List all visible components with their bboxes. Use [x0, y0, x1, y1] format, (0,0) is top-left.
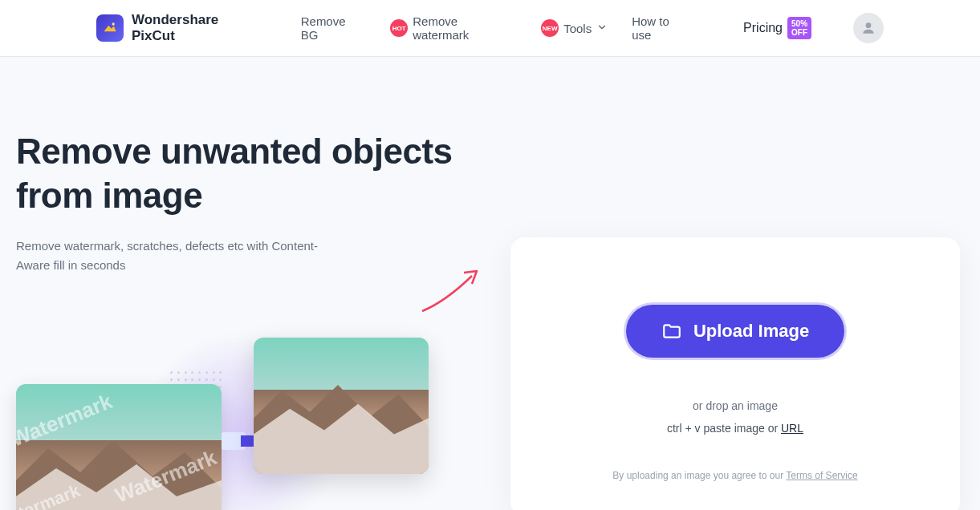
logo-icon [96, 14, 124, 42]
tos-line: By uploading an image you agree to our T… [612, 470, 857, 481]
hot-badge-icon: HOT [390, 19, 408, 37]
paste-hint: ctrl + v paste image or URL [667, 422, 803, 435]
user-icon [860, 20, 876, 36]
demo-images: Watermark Watermark Watermark Watermark [16, 338, 466, 510]
main-nav: Remove BG HOT Remove watermark NEW Tools… [301, 14, 692, 42]
svg-point-0 [112, 22, 114, 25]
folder-icon [661, 321, 682, 342]
brand-name: Wondershare PixCut [132, 12, 266, 44]
upload-card[interactable]: Upload Image or drop an image ctrl + v p… [510, 237, 960, 510]
after-image [254, 338, 429, 474]
nav-how-to-use[interactable]: How to use [632, 14, 692, 42]
curve-arrow-icon [417, 261, 490, 318]
url-link[interactable]: URL [781, 422, 803, 435]
hero-section: Remove unwanted objects from image Remov… [0, 57, 980, 510]
nav-remove-watermark[interactable]: HOT Remove watermark [390, 14, 517, 42]
hero-subtitle: Remove watermark, scratches, defects etc… [16, 237, 321, 275]
upload-button[interactable]: Upload Image [626, 305, 844, 358]
hero-title: Remove unwanted objects from image [16, 129, 482, 217]
nav-remove-watermark-label: Remove watermark [413, 14, 517, 42]
new-badge-icon: NEW [541, 19, 559, 37]
before-image: Watermark Watermark Watermark Watermark [16, 384, 222, 510]
pricing-label: Pricing [743, 21, 783, 35]
upload-button-label: Upload Image [693, 321, 809, 342]
chevron-down-icon [596, 22, 608, 35]
header: Wondershare PixCut Remove BG HOT Remove … [0, 0, 980, 57]
nav-pricing[interactable]: Pricing 50% OFF [743, 17, 811, 39]
svg-point-1 [866, 22, 872, 28]
nav-tools[interactable]: NEW Tools [541, 19, 608, 37]
user-avatar[interactable] [853, 13, 884, 43]
nav-tools-label: Tools [563, 22, 592, 35]
tos-link[interactable]: Terms of Service [786, 470, 857, 481]
nav-remove-bg[interactable]: Remove BG [301, 14, 367, 42]
logo[interactable]: Wondershare PixCut [96, 12, 266, 44]
discount-badge: 50% OFF [787, 17, 811, 39]
drop-hint: or drop an image [693, 399, 778, 412]
